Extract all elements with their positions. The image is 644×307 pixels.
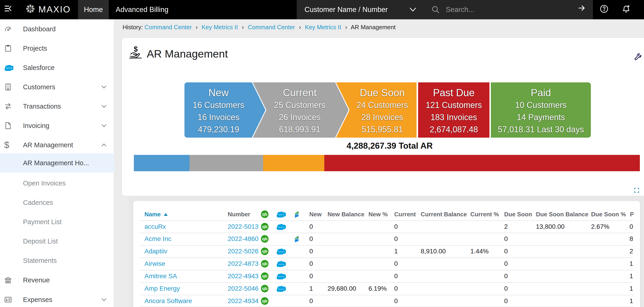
svg-text:salesforce: salesforce — [278, 214, 285, 215]
svg-text:salesforce: salesforce — [278, 276, 285, 277]
svg-text:salesforce: salesforce — [278, 263, 285, 265]
svg-text:salesforce: salesforce — [278, 288, 285, 290]
svg-text:salesforce: salesforce — [278, 251, 285, 252]
svg-text:salesforce: salesforce — [278, 226, 285, 228]
svg-text:salesforce: salesforce — [6, 67, 13, 69]
svg-text:$: $ — [134, 45, 138, 53]
